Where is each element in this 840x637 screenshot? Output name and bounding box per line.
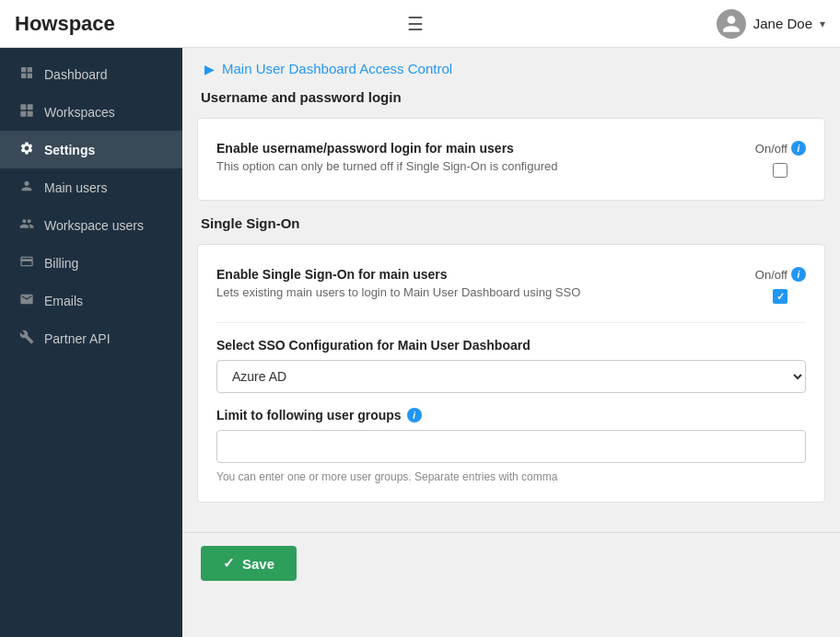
main-users-icon (18, 179, 35, 196)
workspaces-icon (18, 103, 35, 121)
dashboard-icon (18, 65, 35, 83)
svg-rect-6 (20, 111, 26, 117)
svg-rect-2 (21, 74, 26, 78)
menu-icon[interactable]: ☰ (407, 13, 424, 35)
section-header-title: Main User Dashboard Access Control (222, 61, 452, 76)
username-onoff-label: On/off (755, 142, 788, 156)
user-groups-field: Limit to following user groups i You can… (216, 408, 806, 483)
footer-bar: ✓ Save (182, 532, 840, 594)
settings-icon (18, 141, 35, 158)
sidebar-label-workspaces: Workspaces (44, 105, 115, 120)
sidebar-label-workspace-users: Workspace users (44, 218, 144, 233)
username-password-checkbox[interactable] (773, 163, 788, 178)
svg-rect-5 (28, 104, 33, 110)
avatar (717, 9, 746, 39)
username-info-icon[interactable]: i (791, 141, 806, 156)
header: Howspace ☰ Jane Doe ▾ (0, 0, 840, 48)
sso-setting-desc: Lets existing main users to login to Mai… (216, 285, 580, 299)
user-groups-hint: You can enter one or more user groups. S… (216, 470, 806, 483)
sso-config-label: Select SSO Configuration for Main User D… (216, 338, 806, 353)
card-divider (216, 322, 806, 323)
sidebar-item-workspace-users[interactable]: Workspace users (0, 206, 182, 244)
sidebar-label-dashboard: Dashboard (44, 67, 108, 82)
sso-onoff-label: On/off (755, 268, 788, 282)
content-area: Username and password login Enable usern… (182, 89, 840, 532)
username-setting-row: Enable username/password login for main … (216, 137, 806, 181)
sso-info-icon[interactable]: i (791, 267, 806, 282)
username-setting-label: Enable username/password login for main … (216, 141, 557, 156)
workspace-users-icon (18, 216, 35, 234)
sso-config-field: Select SSO Configuration for Main User D… (216, 338, 806, 393)
user-groups-label: Limit to following user groups i (216, 408, 806, 423)
sidebar-label-partner-api: Partner API (44, 331, 111, 346)
sidebar: Dashboard Workspaces Settings Main users… (0, 48, 182, 637)
username-password-card: Enable username/password login for main … (197, 118, 825, 201)
sso-setting-text: Enable Single Sign-On for main users Let… (216, 267, 580, 299)
username-label: Jane Doe (753, 16, 812, 31)
sso-enable-checkbox[interactable] (773, 289, 788, 304)
sso-config-select[interactable]: Azure AD Google Okta (216, 360, 806, 393)
billing-icon (18, 254, 35, 272)
username-setting-control: On/off i (755, 141, 806, 178)
svg-rect-4 (20, 104, 26, 110)
emails-icon (18, 292, 35, 309)
sso-section-title: Single Sign-On (197, 215, 825, 231)
sidebar-label-settings: Settings (44, 143, 95, 157)
save-button[interactable]: ✓ Save (201, 546, 297, 581)
user-chevron-icon: ▾ (820, 17, 825, 30)
sidebar-item-settings[interactable]: Settings (0, 131, 182, 168)
sidebar-item-dashboard[interactable]: Dashboard (0, 55, 182, 93)
sidebar-item-partner-api[interactable]: Partner API (0, 319, 182, 357)
username-setting-text: Enable username/password login for main … (216, 141, 557, 173)
save-checkmark-icon: ✓ (223, 555, 235, 572)
sidebar-item-workspaces[interactable]: Workspaces (0, 93, 182, 131)
svg-rect-1 (28, 67, 32, 72)
user-menu[interactable]: Jane Doe ▾ (717, 9, 825, 39)
username-section-title: Username and password login (197, 89, 825, 105)
sidebar-label-emails: Emails (44, 294, 83, 308)
section-header: ▶ Main User Dashboard Access Control (182, 48, 840, 89)
user-groups-info-icon[interactable]: i (407, 408, 422, 423)
sidebar-label-main-users: Main users (44, 180, 107, 195)
sidebar-item-emails[interactable]: Emails (0, 282, 182, 319)
username-setting-desc: This option can only be turned off if Si… (216, 159, 557, 173)
partner-api-icon (18, 330, 35, 347)
svg-rect-0 (21, 67, 26, 72)
svg-rect-3 (28, 74, 32, 78)
username-control-header: On/off i (755, 141, 806, 156)
logo: Howspace (15, 12, 115, 36)
user-groups-input[interactable] (216, 430, 806, 463)
sso-control-header: On/off i (755, 267, 806, 282)
sso-setting-control: On/off i (755, 267, 806, 304)
svg-rect-7 (28, 111, 33, 117)
sso-setting-label: Enable Single Sign-On for main users (216, 267, 580, 282)
main-content: ▶ Main User Dashboard Access Control Use… (182, 48, 840, 637)
sidebar-item-billing[interactable]: Billing (0, 244, 182, 282)
save-button-label: Save (242, 556, 274, 572)
sidebar-label-billing: Billing (44, 256, 78, 271)
sso-setting-row: Enable Single Sign-On for main users Let… (216, 263, 806, 307)
layout: Dashboard Workspaces Settings Main users… (0, 48, 840, 637)
sidebar-item-main-users[interactable]: Main users (0, 168, 182, 206)
section-chevron-icon: ▶ (204, 62, 215, 76)
sso-card: Enable Single Sign-On for main users Let… (197, 244, 825, 503)
